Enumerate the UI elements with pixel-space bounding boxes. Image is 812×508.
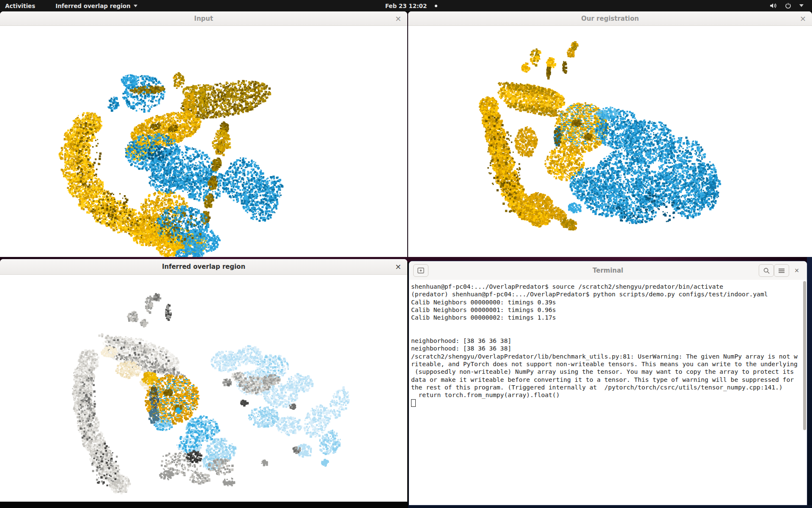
close-icon: × (395, 262, 401, 271)
registration-window-title: Our registration (581, 15, 639, 22)
terminal-close-button[interactable]: × (789, 264, 804, 277)
registration-close-button[interactable]: × (797, 14, 809, 23)
overlap-pointcloud-viewport[interactable] (0, 275, 407, 502)
input-titlebar[interactable]: Input × (0, 11, 407, 26)
app-menu-label: Inferred overlap region (55, 3, 130, 9)
overlap-window-title: Inferred overlap region (162, 263, 245, 271)
window-input: Input × (0, 11, 407, 257)
activities-button[interactable]: Activities (0, 0, 40, 11)
terminal-body[interactable]: shenhuan@pf-pc04:.../OverlapPredator$ so… (409, 280, 807, 505)
registration-titlebar[interactable]: Our registration × (408, 11, 812, 26)
overlap-titlebar[interactable]: Inferred overlap region × (0, 259, 407, 275)
terminal-header[interactable]: Terminal × (409, 261, 807, 280)
terminal-window-title: Terminal (409, 261, 807, 280)
dropdown-triangle-icon (134, 5, 137, 7)
search-icon (763, 268, 770, 274)
input-window-title: Input (194, 15, 213, 22)
app-menu-button[interactable]: Inferred overlap region (50, 0, 142, 11)
registration-pointcloud-viewport[interactable] (408, 26, 812, 257)
menu-button[interactable] (774, 264, 789, 277)
clock-button[interactable]: Feb 23 12:02 (380, 0, 432, 11)
notification-dot (435, 5, 437, 7)
wallpaper-strip-bottom-left (0, 502, 408, 508)
overlap-close-button[interactable]: × (392, 262, 404, 271)
search-button[interactable] (759, 264, 774, 277)
terminal-output: shenhuan@pf-pc04:.../OverlapPredator$ so… (409, 280, 807, 399)
close-icon: × (800, 14, 806, 23)
window-overlap: Inferred overlap region × (0, 259, 407, 502)
input-close-button[interactable]: × (392, 14, 404, 23)
wallpaper-strip-bottom-right (408, 505, 812, 508)
hamburger-menu-icon (779, 268, 785, 273)
window-terminal: Terminal × shenhuan@pf-pc04:.../OverlapP… (409, 261, 807, 505)
top-bar: Activities Inferred overlap region Feb 2… (0, 0, 812, 11)
close-icon: × (395, 14, 401, 23)
wallpaper-strip-right (807, 257, 812, 508)
window-registration: Our registration × (408, 11, 812, 257)
power-icon[interactable] (785, 3, 791, 9)
close-icon: × (795, 266, 799, 275)
chevron-down-icon[interactable] (799, 4, 804, 7)
terminal-scrollbar-thumb[interactable] (803, 281, 806, 430)
input-pointcloud-viewport[interactable] (0, 26, 407, 257)
terminal-cursor (411, 399, 416, 407)
volume-icon[interactable] (770, 3, 777, 9)
